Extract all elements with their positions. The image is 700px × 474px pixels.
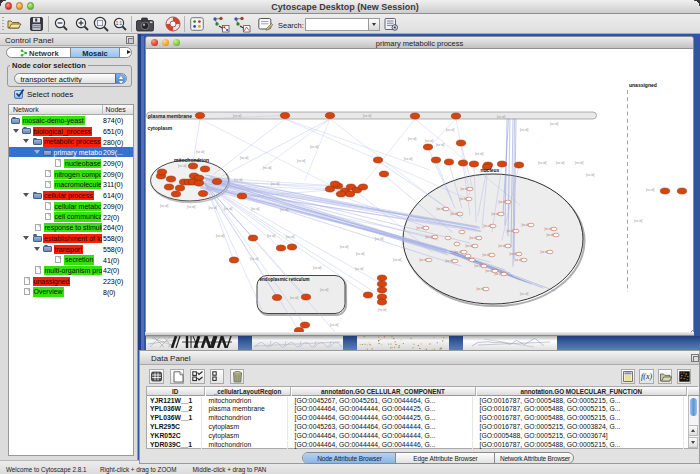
svg-text:[no id]: [no id] xyxy=(646,188,655,192)
svg-text:[no id]: [no id] xyxy=(234,178,243,182)
svg-text:endoplasmic reticulum: endoplasmic reticulum xyxy=(260,277,310,282)
svg-text:[no id]: [no id] xyxy=(209,206,218,210)
svg-text:[no id]: [no id] xyxy=(363,114,372,118)
svg-text:[no id]: [no id] xyxy=(550,122,559,126)
svg-text:[no id]: [no id] xyxy=(224,207,233,211)
svg-text:[no id]: [no id] xyxy=(355,267,364,271)
svg-text:[no id]: [no id] xyxy=(240,156,249,160)
svg-text:[no id]: [no id] xyxy=(313,266,322,270)
svg-text:[no id]: [no id] xyxy=(267,234,276,238)
svg-text:plasma membrane: plasma membrane xyxy=(148,113,192,119)
svg-text:[no id]: [no id] xyxy=(196,150,205,154)
svg-text:unassigned: unassigned xyxy=(629,82,657,88)
svg-text:[no id]: [no id] xyxy=(280,208,289,212)
svg-text:[no id]: [no id] xyxy=(475,152,484,156)
svg-text:[no id]: [no id] xyxy=(297,159,306,163)
svg-text:[no id]: [no id] xyxy=(340,245,349,249)
svg-text:[no id]: [no id] xyxy=(356,252,365,256)
svg-text:[no id]: [no id] xyxy=(250,257,259,261)
svg-text:[no id]: [no id] xyxy=(408,137,417,141)
svg-text:[no id]: [no id] xyxy=(586,173,595,177)
svg-text:[no id]: [no id] xyxy=(425,139,434,143)
svg-text:[no id]: [no id] xyxy=(320,288,329,292)
svg-text:[no id]: [no id] xyxy=(310,145,319,149)
svg-text:[no id]: [no id] xyxy=(216,234,225,238)
svg-text:[no id]: [no id] xyxy=(634,219,643,223)
svg-text:[no id]: [no id] xyxy=(446,128,455,132)
svg-text:[no id]: [no id] xyxy=(330,323,339,327)
svg-text:[no id]: [no id] xyxy=(263,166,272,170)
svg-text:[no id]: [no id] xyxy=(393,258,402,262)
svg-text:[no id]: [no id] xyxy=(178,164,187,168)
svg-text:mitochondrion: mitochondrion xyxy=(174,157,209,163)
svg-text:[no id]: [no id] xyxy=(520,292,529,296)
svg-text:[no id]: [no id] xyxy=(575,161,584,165)
svg-text:nucleus: nucleus xyxy=(481,167,500,173)
svg-text:[no id]: [no id] xyxy=(497,115,506,119)
svg-text:[no id]: [no id] xyxy=(160,204,169,208)
svg-text:[no id]: [no id] xyxy=(404,157,413,161)
svg-text:[no id]: [no id] xyxy=(556,161,565,165)
svg-text:[no id]: [no id] xyxy=(378,308,387,312)
svg-text:[no id]: [no id] xyxy=(436,143,445,147)
svg-text:[no id]: [no id] xyxy=(375,237,384,241)
svg-text:cytoplasm: cytoplasm xyxy=(148,125,173,131)
svg-text:[no id]: [no id] xyxy=(520,128,529,132)
svg-text:[no id]: [no id] xyxy=(538,161,547,165)
svg-text:[no id]: [no id] xyxy=(286,235,295,239)
svg-text:1:1: 1:1 xyxy=(116,21,123,26)
svg-text:[no id]: [no id] xyxy=(233,114,242,118)
svg-text:[no id]: [no id] xyxy=(290,296,299,300)
svg-text:[no id]: [no id] xyxy=(251,207,260,211)
svg-text:[no id]: [no id] xyxy=(271,182,280,186)
svg-text:[no id]: [no id] xyxy=(187,205,196,209)
